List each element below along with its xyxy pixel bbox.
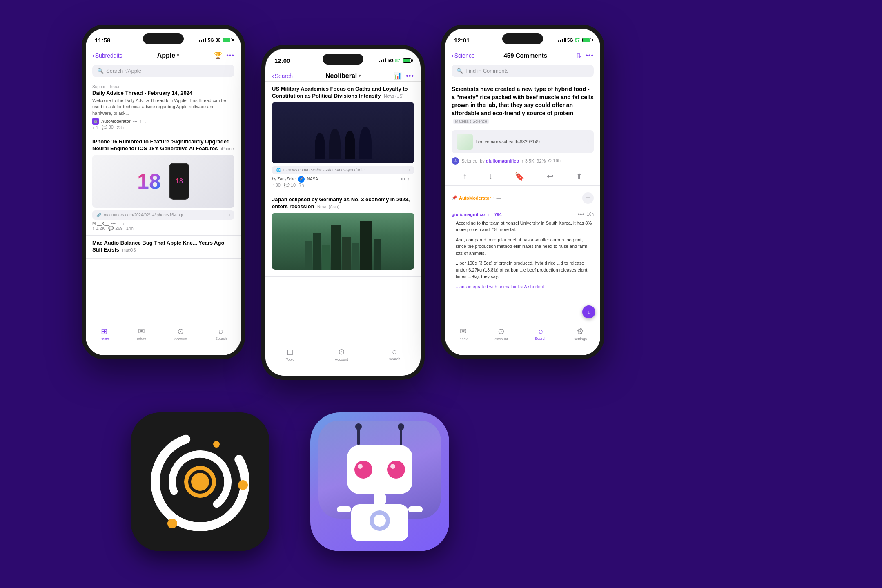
network-left: 5G [208,38,214,42]
tab-search-mid[interactable]: ⌕ Search [389,347,401,361]
find-comments-bar[interactable]: 🔍 Find in Comments [452,65,594,77]
tab-topic[interactable]: ◻ Topic [286,347,294,361]
author-icon-1: 🤖 [92,118,99,125]
tab-account-mid[interactable]: ⊙ Account [335,347,348,361]
post-image-2: 18 18 [92,155,234,208]
post-item-1[interactable]: Support Thread Daily Advice Thread - Feb… [86,80,241,134]
author-name-1: AutoModerator [101,119,131,124]
article-link[interactable]: bbc.com/news/health-88293149 › [452,130,594,153]
tab-posts[interactable]: ⊞ Posts [100,326,109,341]
tab-search-right[interactable]: ⌕ Search [535,326,547,341]
tab-topic-label: Topic [286,357,294,361]
dropdown-chevron-left[interactable]: ▾ [177,53,179,58]
article-upvotes: ↑ 3.5K [521,158,534,163]
sort-icon-mid[interactable]: 📊 [394,72,402,80]
downvote-news-1[interactable]: ↓ [412,177,414,181]
tab-search-left[interactable]: ⌕ Search [215,326,227,341]
tab-settings-right[interactable]: ⚙ Settings [573,326,587,341]
phone-left-inner: 11:58 5G 86 [86,29,241,355]
back-button-right[interactable]: ‹ Science [452,52,474,59]
more-icon-right[interactable]: ••• [586,52,594,59]
iphone-mini: 18 [169,163,189,200]
back-chevron-left: ‹ [92,52,94,59]
nav-title-mid: Neoliberal ▾ [296,72,390,80]
tab-inbox-icon: ✉ [138,326,145,336]
article-meta: ⚗ Science by giuliomagnifico ↑ 3.5K 92% … [445,155,600,167]
apollo-app-icon[interactable] [131,412,270,551]
robot-svg [310,412,449,551]
signal-left [199,38,206,42]
svg-rect-20 [337,506,351,512]
automoderator-name: 📌 AutoModerator ↑ — [452,195,501,200]
news-item-2[interactable]: Japan eclipsed by Germany as No. 3 econo… [265,192,421,277]
back-button-left[interactable]: ‹ Subreddits [92,52,122,59]
nav-title-right: 459 Comments [478,52,573,59]
tab-search-icon-left: ⌕ [218,326,223,336]
tab-account-right[interactable]: ⊙ Account [494,326,508,341]
svg-rect-9 [400,429,402,445]
article-link-chevron: › [587,139,589,145]
scroll-fab[interactable]: ↓ [582,305,595,318]
back-button-mid[interactable]: ‹ Search [272,73,293,79]
reply-btn[interactable]: ↩ [547,172,554,181]
battery-left [223,38,232,42]
downvote-2[interactable]: ↓ [122,221,125,226]
tab-account[interactable]: ⊙ Account [174,326,187,341]
upvote-2[interactable]: ↑ [118,221,120,226]
svg-rect-16 [374,494,386,504]
search-bar-left[interactable]: 🔍 Search r/Apple [92,65,234,77]
award-icon-left[interactable]: 🏆 [214,51,222,59]
downvote-1[interactable]: ↓ [144,119,146,124]
find-comments-placeholder: Find in Comments [466,68,508,74]
nav-actions-right: ⇅ ••• [576,51,594,59]
battery-right [582,38,591,42]
comment-link[interactable]: ...ans integrated with animal cells: A s… [456,283,594,290]
bookmark-btn[interactable]: 🔖 [514,172,525,181]
bar3 [203,39,204,42]
city-skyline [272,213,414,270]
phone-middle-inner: 12:00 5G 87 ‹ [265,49,421,376]
tab-inbox[interactable]: ✉ Inbox [137,326,146,341]
tab-account-label-mid: Account [335,357,348,361]
post-item-2[interactable]: iPhone 16 Rumored to Feature 'Significan… [86,134,241,236]
upvote-1[interactable]: ↑ [140,119,142,124]
alien-bot-app-icon[interactable] [310,412,449,551]
time-mid: 12:00 [274,57,290,64]
comment-para-1: According to the team at Yonsei Universi… [456,220,594,233]
comments-title: 459 Comments [503,52,547,59]
phone-right-inner: 12:01 5G 87 [445,29,600,355]
share-btn[interactable]: ⬆ [576,172,583,181]
link-preview-2[interactable]: 🔗 macrumors.com/2024/02/14/iphone-16-upg… [92,210,234,220]
upvote-count-2: ↑ 1.2K [92,226,105,231]
more-icon-mid[interactable]: ••• [406,72,414,80]
upvotes-news-1: ↑ 80 [272,183,281,187]
tab-inbox-right[interactable]: ✉ Inbox [459,326,468,341]
collapse-icon[interactable]: − [582,192,594,204]
signal-right [558,38,566,42]
comment-count-1: 💬 30 [102,125,114,130]
mod-vote: ↑ — [493,196,501,200]
dots-news-1[interactable]: ••• [401,177,405,181]
news-item-1[interactable]: US Military Academies Focus on Oaths and… [265,82,421,192]
svg-point-6 [213,441,220,448]
more-icon-left[interactable]: ••• [226,52,234,59]
downvote-btn[interactable]: ↓ [489,172,493,181]
nav-actions-mid: 📊 ••• [394,72,414,80]
upvote-btn[interactable]: ↑ [463,172,467,181]
post-item-3[interactable]: Mac Audio Balance Bug That Apple Kne... … [86,236,241,259]
dynamic-island-right [502,33,543,44]
figure3 [345,131,355,159]
dots-2[interactable]: ••• [111,221,116,226]
giulio-more[interactable]: ••• [578,211,585,218]
dropdown-chevron-mid[interactable]: ▾ [359,73,361,78]
time-right: 12:01 [454,37,470,44]
dots-1[interactable]: ••• [133,119,138,124]
sort-icon-right[interactable]: ⇅ [576,51,581,59]
upvote-news-1[interactable]: ↑ [408,177,410,181]
news-flair-1: News (US) [384,94,403,98]
apollo-svg [143,425,257,539]
figure2 [329,129,341,159]
pin-icon: 📌 [452,195,457,200]
news-link-1[interactable]: 🌐 usnews.com/news/best-states/new-york/a… [272,166,414,174]
comments-news-1: 💬 10 [284,183,296,188]
